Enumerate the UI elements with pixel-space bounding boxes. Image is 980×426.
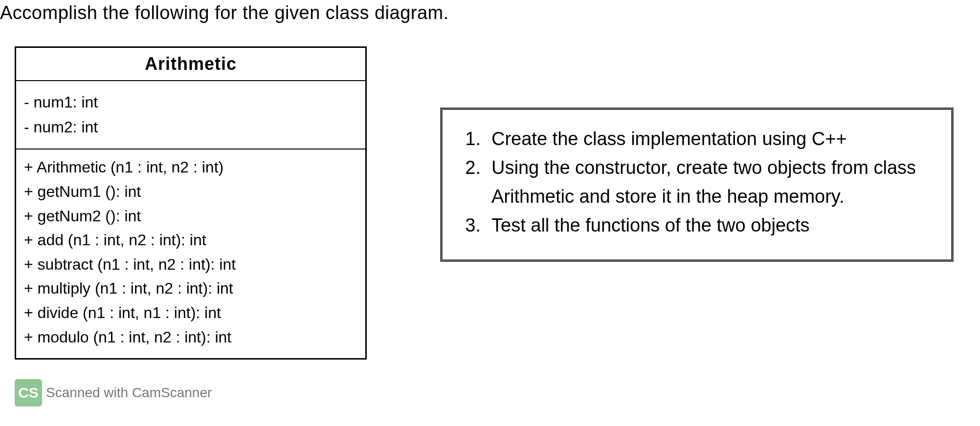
uml-method: + modulo (n1 : int, n2 : int): int (24, 325, 357, 350)
uml-method: + Arithmetic (n1 : int, n2 : int) (24, 155, 357, 180)
instruction-heading: Accomplish the following for the given c… (0, 2, 449, 23)
uml-method: + divide (n1 : int, n1 : int): int (24, 301, 357, 325)
uml-attribute: - num2: int (24, 115, 357, 140)
uml-methods-section: + Arithmetic (n1 : int, n2 : int) + getN… (16, 149, 365, 358)
task-text: Create the class implementation using C+… (491, 125, 936, 153)
tasks-list: 1. Create the class implementation using… (457, 125, 936, 240)
tasks-panel: 1. Create the class implementation using… (440, 107, 954, 262)
task-text: Using the constructor, create two object… (491, 153, 936, 211)
task-item: 3. Test all the functions of the two obj… (457, 211, 936, 240)
task-number: 2. (457, 153, 491, 211)
camscanner-logo-icon: CS (15, 379, 42, 406)
camscanner-text: Scanned with CamScanner (46, 385, 212, 401)
uml-method: + multiply (n1 : int, n2 : int): int (24, 277, 357, 301)
task-text: Test all the functions of the two object… (491, 211, 936, 240)
camscanner-watermark: CS Scanned with CamScanner (15, 379, 212, 406)
task-item: 2. Using the constructor, create two obj… (457, 153, 936, 211)
uml-attribute: - num1: int (24, 90, 357, 115)
task-number: 1. (457, 125, 491, 153)
task-item: 1. Create the class implementation using… (457, 125, 936, 153)
uml-class-diagram: Arithmetic - num1: int - num2: int + Ari… (15, 46, 367, 360)
uml-method: + add (n1 : int, n2 : int): int (24, 228, 357, 253)
uml-method: + getNum1 (): int (24, 180, 357, 204)
uml-method: + getNum2 (): int (24, 204, 357, 229)
uml-class-name: Arithmetic (16, 48, 365, 81)
task-number: 3. (457, 211, 491, 240)
uml-attributes-section: - num1: int - num2: int (16, 81, 365, 149)
uml-method: + subtract (n1 : int, n2 : int): int (24, 253, 357, 277)
